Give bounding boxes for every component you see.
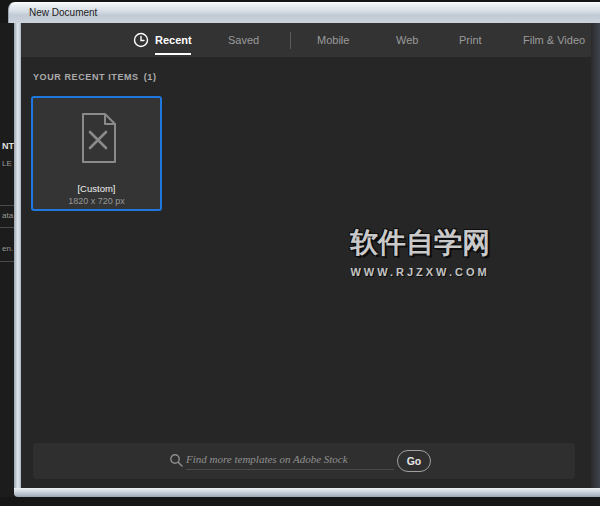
background-divider [0,205,14,206]
go-button[interactable]: Go [397,450,431,472]
watermark-title: 软件自学网 [320,224,520,262]
screen: NT LE ata en. New Document Recent Saved … [0,0,600,506]
background-divider [0,261,14,262]
background-text-fragment: NT [2,141,14,151]
tab-bar: Recent Saved Mobile Web Print Film & Vid… [21,23,591,57]
background-text-fragment: en. [2,244,13,253]
active-tab-underline [155,53,191,55]
recent-item-dimensions: 1820 x 720 px [33,196,160,206]
new-document-dialog: Recent Saved Mobile Web Print Film & Vid… [21,23,591,488]
clock-icon [133,32,149,48]
recent-items-count: (1) [144,72,157,82]
search-icon [169,453,183,467]
background-divider [0,227,14,228]
watermark-url: WWW.RJZXW.COM [320,266,520,278]
stock-search-input[interactable] [186,448,394,470]
dialog-titlebar[interactable]: New Document [8,2,600,23]
recent-item-name: [Custom] [33,183,160,194]
adobe-stock-search-bar: Go [33,443,575,479]
window-frame-left [14,23,21,489]
recent-items-heading-text: YOUR RECENT ITEMS [33,72,139,82]
recent-item-card-custom[interactable]: [Custom] 1820 x 720 px [31,96,162,211]
watermark: 软件自学网 WWW.RJZXW.COM [320,224,520,278]
tab-film-video[interactable]: Film & Video [523,23,585,57]
window-frame-right [591,23,600,488]
dialog-title: New Document [29,3,97,23]
tab-print[interactable]: Print [459,23,482,57]
background-text-fragment: ata [2,211,13,220]
tab-web[interactable]: Web [396,23,418,57]
background-window-strip: NT LE ata en. [0,23,14,497]
tab-divider [290,32,291,49]
tab-saved[interactable]: Saved [228,23,259,57]
tab-mobile[interactable]: Mobile [317,23,349,57]
background-text-fragment: LE [2,159,12,168]
tab-recent[interactable]: Recent [155,23,192,57]
document-blank-icon [76,113,120,163]
recent-items-heading: YOUR RECENT ITEMS(1) [33,72,157,82]
window-frame-bottom [14,488,600,497]
